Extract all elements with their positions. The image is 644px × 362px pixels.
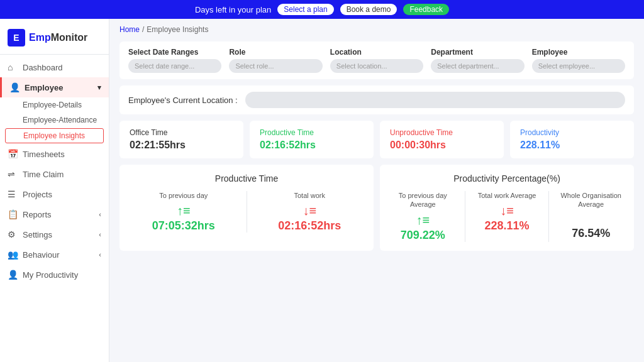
divider2 [465,191,465,242]
arrow-down-icon: ↓≡ [256,204,364,218]
stat-office-time: Office Time 02:21:55hrs [119,121,243,158]
sidebar-label-employee-attendance: Employee-Attendance [23,116,97,124]
sidebar-item-my-productivity[interactable]: 👤 My Productivity [0,265,109,285]
chevron-right-icon: ‹ [99,211,101,218]
pct-total-work-label: Total work Average [474,191,540,200]
pct-total-work-stat: Total work Average ↓≡ 228.11% [474,191,540,242]
productive-time-panel: Productive Time To previous day ↑≡ 07:05… [119,165,374,251]
sidebar-item-projects[interactable]: ☰ Projects [0,184,109,204]
banner-text: Days left in your plan [195,5,271,14]
sidebar-label-employee-details: Employee-Details [23,101,82,109]
stats-row: Office Time 02:21:55hrs Productive Time … [119,121,634,158]
pct-whole-org-label: Whole Organisation Average [558,191,624,209]
filter-employee-label: Employee [532,48,625,57]
productivity-pct-panel-inner: To previous day Average ↑≡ 709.22% Total… [390,191,624,242]
office-time-label: Office Time [130,128,233,137]
divider [247,191,247,233]
productive-time-value: 02:16:52hrs [260,140,364,151]
logo-icon: E [8,29,25,47]
projects-icon: ☰ [8,189,18,199]
feedback-button[interactable]: Feedback [403,4,449,15]
filter-department-select[interactable]: Select department... [431,59,524,73]
sidebar-subitem-employee-insights[interactable]: Employee Insights [5,128,104,143]
sidebar-subitem-employee-attendance[interactable]: Employee-Attendance [0,112,109,128]
sidebar-item-dashboard[interactable]: ⌂ Dashboard [0,57,109,77]
productive-prev-day-value: 07:05:32hrs [130,219,238,233]
location-bar: Employee's Current Location : [119,85,634,114]
productive-total-work-stat: Total work ↓≡ 02:16:52hrs [256,191,364,233]
pct-total-work-value: 228.11% [474,219,540,233]
top-banner: Days left in your plan Select a plan Boo… [0,0,644,19]
book-demo-button[interactable]: Book a demo [340,4,397,15]
content-area: Home / Employee Insights Select Date Ran… [109,19,644,362]
breadcrumb-home[interactable]: Home [119,25,140,34]
filter-role-select[interactable]: Select role... [229,59,322,73]
location-input[interactable] [245,92,625,108]
bottom-row: Productive Time To previous day ↑≡ 07:05… [119,165,634,251]
productivity-pct-panel-title: Productivity Percentage(%) [390,173,624,184]
my-productivity-icon: 👤 [8,270,18,280]
productive-total-work-label: Total work [256,191,364,200]
chevron-right-settings-icon: ‹ [99,231,101,238]
sidebar-label-employee: Employee [25,83,63,92]
filter-role: Role Select role... [229,48,322,73]
productivity-value: 228.11% [520,140,624,151]
chevron-right-behaviour-icon: ‹ [99,251,101,258]
stat-productivity: Productivity 228.11% [510,121,634,158]
filter-department: Department Select department... [431,48,524,73]
sidebar-label-projects: Projects [23,190,52,199]
arrow-up-icon: ↑≡ [130,204,238,218]
breadcrumb-current: Employee Insights [147,25,208,34]
productive-prev-day-label: To previous day [130,191,238,200]
filter-location-select[interactable]: Select location... [330,59,423,73]
sidebar: E EmpMonitor ⌂ Dashboard 👤 Employee ▾ Em… [0,19,109,362]
reports-icon: 📋 [8,209,18,219]
time-claim-icon: ⇌ [8,169,18,179]
logo-text: EmpMonitor [29,32,87,43]
productivity-label: Productivity [520,128,624,137]
productive-time-label: Productive Time [260,128,364,137]
sidebar-item-timesheets[interactable]: 📅 Timesheets [0,144,109,164]
filter-employee-select[interactable]: Select employee... [532,59,625,73]
sidebar-item-behaviour[interactable]: 👥 Behaviour ‹ [0,244,109,265]
dashboard-icon: ⌂ [8,62,18,72]
sidebar-label-reports: Reports [23,210,52,219]
timesheets-icon: 📅 [8,149,18,159]
location-label: Employee's Current Location : [128,96,238,105]
employee-icon: 👤 [9,82,19,92]
pct-arrow-up-icon: ↑≡ [390,213,456,228]
sidebar-item-employee[interactable]: 👤 Employee ▾ [0,77,109,97]
divider3 [548,191,549,242]
behaviour-icon: 👥 [8,250,18,260]
unproductive-time-label: Unproductive Time [390,128,494,137]
pct-prev-day-label: To previous day Average [390,191,456,209]
breadcrumb-separator: / [142,25,144,34]
filter-bar: Select Date Ranges Select date range... … [119,41,634,79]
sidebar-label-my-productivity: My Productivity [23,270,78,280]
sidebar-item-settings[interactable]: ⚙ Settings ‹ [0,224,109,244]
pct-prev-day-value: 709.22% [390,229,456,242]
pct-prev-day-stat: To previous day Average ↑≡ 709.22% [390,191,456,242]
sidebar-item-time-claim[interactable]: ⇌ Time Claim [0,164,109,184]
filter-date-label: Select Date Ranges [128,48,221,57]
main-layout: E EmpMonitor ⌂ Dashboard 👤 Employee ▾ Em… [0,19,644,362]
filter-date-select[interactable]: Select date range... [128,59,221,73]
productive-time-panel-inner: To previous day ↑≡ 07:05:32hrs Total wor… [130,191,364,233]
sidebar-subitem-employee-details[interactable]: Employee-Details [0,97,109,112]
office-time-value: 02:21:55hrs [130,140,233,151]
stat-unproductive-time: Unproductive Time 00:00:30hrs [380,121,504,158]
stat-productive-time: Productive Time 02:16:52hrs [250,121,374,158]
filter-department-label: Department [431,48,524,57]
productive-time-panel-title: Productive Time [130,173,364,184]
chevron-down-icon: ▾ [97,84,101,92]
filter-location-label: Location [330,48,423,57]
sidebar-label-timesheets: Timesheets [23,150,65,159]
pct-arrow-down-icon: ↓≡ [474,204,540,218]
sidebar-label-dashboard: Dashboard [23,63,63,72]
filter-role-label: Role [229,48,322,57]
select-plan-button[interactable]: Select a plan [277,4,333,15]
unproductive-time-value: 00:00:30hrs [390,140,494,151]
filter-employee: Employee Select employee... [532,48,625,73]
filter-date-range: Select Date Ranges Select date range... [128,48,221,73]
sidebar-item-reports[interactable]: 📋 Reports ‹ [0,204,109,224]
